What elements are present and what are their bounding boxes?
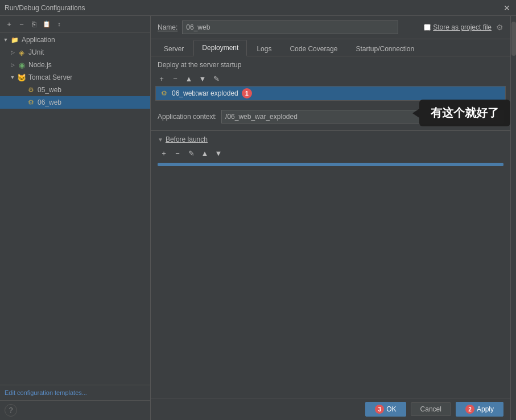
add-config-button[interactable]: +: [3, 18, 15, 30]
title-bar: Run/Debug Configurations ✕: [0, 0, 516, 16]
deploy-item-icon-0: ⚙: [159, 89, 168, 98]
bl-up-btn[interactable]: ▲: [199, 147, 211, 159]
sidebar: + − ⎘ 📋 ↕ ▼ 📁 Application ▷ ◈ JUnit ▷: [0, 16, 151, 420]
bottom-bar: 3 OK Cancel 2 Apply: [151, 398, 510, 420]
tab-logs[interactable]: Logs: [248, 41, 280, 56]
bl-remove-btn[interactable]: −: [171, 147, 184, 159]
name-input[interactable]: [182, 20, 398, 34]
tab-server[interactable]: Server: [155, 41, 192, 56]
deploy-list-item-0[interactable]: ⚙ 06_web:war exploded 1: [156, 87, 505, 100]
ok-button[interactable]: 3 OK: [365, 402, 406, 417]
sidebar-label-tomcat: Tomcat Server: [28, 73, 72, 81]
sidebar-item-tomcat[interactable]: ▼ 🐱 Tomcat Server: [0, 71, 150, 84]
help-button[interactable]: ?: [5, 404, 17, 417]
web06-icon: ⚙: [26, 98, 35, 107]
sidebar-label-junit: JUnit: [28, 48, 44, 56]
app-context-row: Application context: /06_web_war_explode…: [151, 105, 510, 128]
app-context-label: Application context:: [158, 113, 217, 121]
sidebar-label-web05: 05_web: [38, 86, 61, 94]
deploy-add-btn[interactable]: +: [155, 72, 168, 85]
deploy-toolbar: + − ▲ ▼ ✎: [151, 71, 510, 86]
content-area: Name: Store as project file ⚙ Server Dep…: [151, 16, 510, 420]
deploy-down-btn[interactable]: ▼: [196, 72, 209, 85]
tab-startup[interactable]: Startup/Connection: [347, 41, 423, 56]
name-label: Name:: [158, 23, 177, 31]
remove-config-button[interactable]: −: [16, 18, 27, 30]
cancel-label: Cancel: [420, 405, 441, 413]
sidebar-item-web05[interactable]: ⚙ 05_web: [0, 84, 150, 96]
expand-arrow-nodejs: ▷: [9, 61, 16, 68]
junit-icon: ◈: [17, 48, 26, 57]
web05-icon: ⚙: [26, 85, 35, 94]
bl-down-btn[interactable]: ▼: [212, 147, 225, 159]
application-icon: 📁: [10, 35, 19, 44]
apply-button[interactable]: 2 Apply: [456, 402, 503, 417]
deploy-edit-btn[interactable]: ✎: [210, 72, 222, 85]
bl-edit-btn[interactable]: ✎: [185, 147, 197, 159]
store-row: Store as project file ⚙: [424, 23, 503, 32]
right-scrollbar[interactable]: [510, 16, 516, 420]
before-launch-label: Before launch: [166, 135, 208, 143]
tab-deployment[interactable]: Deployment: [193, 40, 247, 56]
deploy-item-label-0: 06_web:war exploded: [172, 89, 238, 97]
before-launch-expand-icon: ▼: [158, 137, 163, 143]
ok-label: OK: [386, 405, 396, 413]
before-launch: ▼ Before launch + − ✎ ▲ ▼: [151, 130, 510, 168]
sidebar-item-application[interactable]: ▼ 📁 Application: [0, 34, 150, 46]
before-launch-header: ▼ Before launch: [158, 135, 503, 143]
expand-arrow-application: ▼: [2, 36, 9, 43]
sidebar-tree: ▼ 📁 Application ▷ ◈ JUnit ▷ ◉ Node.js ▼ …: [0, 32, 150, 385]
tabs-row: Server Deployment Logs Code Coverage Sta…: [151, 39, 510, 56]
sidebar-item-nodejs[interactable]: ▷ ◉ Node.js: [0, 59, 150, 71]
deploy-section-label: Deploy at the server startup: [151, 56, 510, 71]
copy-config-button[interactable]: ⎘: [28, 18, 40, 30]
bl-add-btn[interactable]: +: [158, 147, 170, 159]
deploy-list: ⚙ 06_web:war exploded 1: [155, 86, 506, 101]
scrollbar-thumb[interactable]: [511, 22, 516, 56]
sidebar-item-junit[interactable]: ▷ ◈ JUnit: [0, 46, 150, 59]
sidebar-label-nodejs: Node.js: [28, 61, 52, 69]
apply-label: Apply: [477, 405, 494, 413]
edit-templates-link[interactable]: Edit configuration templates...: [5, 389, 87, 396]
deploy-up-btn[interactable]: ▲: [183, 72, 195, 85]
save-config-button[interactable]: 📋: [41, 18, 52, 30]
expand-arrow-junit: ▷: [9, 49, 16, 56]
store-checkbox[interactable]: [424, 24, 431, 31]
expand-arrow-tomcat: ▼: [9, 74, 16, 81]
main-container: + − ⎘ 📋 ↕ ▼ 📁 Application ▷ ◈ JUnit ▷: [0, 16, 516, 420]
sort-config-button[interactable]: ↕: [53, 18, 65, 30]
app-context-select-wrapper: /06_web_war_exploded ▼: [221, 110, 503, 123]
deploy-item-badge-0: 1: [242, 88, 252, 98]
tomcat-icon: 🐱: [17, 73, 26, 82]
tab-coverage[interactable]: Code Coverage: [281, 41, 346, 56]
app-context-select[interactable]: /06_web_war_exploded: [221, 110, 503, 123]
deploy-remove-btn[interactable]: −: [169, 72, 181, 85]
tab-content: Deploy at the server startup + − ▲ ▼ ✎ ⚙…: [151, 56, 510, 398]
ok-badge: 3: [375, 405, 384, 414]
before-launch-bar: [158, 163, 503, 166]
spacer-web05: [18, 87, 25, 93]
scrollbar-track: [511, 16, 517, 420]
sidebar-item-web06[interactable]: ⚙ 06_web: [0, 96, 150, 109]
store-label: Store as project file: [433, 23, 492, 31]
spacer-web06: [18, 99, 25, 106]
gear-icon: ⚙: [496, 23, 503, 32]
cancel-button[interactable]: Cancel: [411, 402, 451, 416]
before-launch-toolbar: + − ✎ ▲ ▼: [158, 146, 503, 160]
apply-badge: 2: [465, 405, 474, 414]
content-with-scroll: Name: Store as project file ⚙ Server Dep…: [151, 16, 516, 420]
name-row: Name: Store as project file ⚙: [151, 16, 510, 39]
title-bar-text: Run/Debug Configurations: [5, 4, 502, 12]
nodejs-icon: ◉: [17, 60, 26, 69]
sidebar-label-application: Application: [22, 36, 55, 44]
sidebar-label-web06: 06_web: [38, 98, 61, 106]
close-button[interactable]: ✕: [502, 3, 511, 13]
sidebar-bottom: Edit configuration templates...: [0, 385, 150, 400]
sidebar-toolbar: + − ⎘ 📋 ↕: [0, 16, 150, 32]
